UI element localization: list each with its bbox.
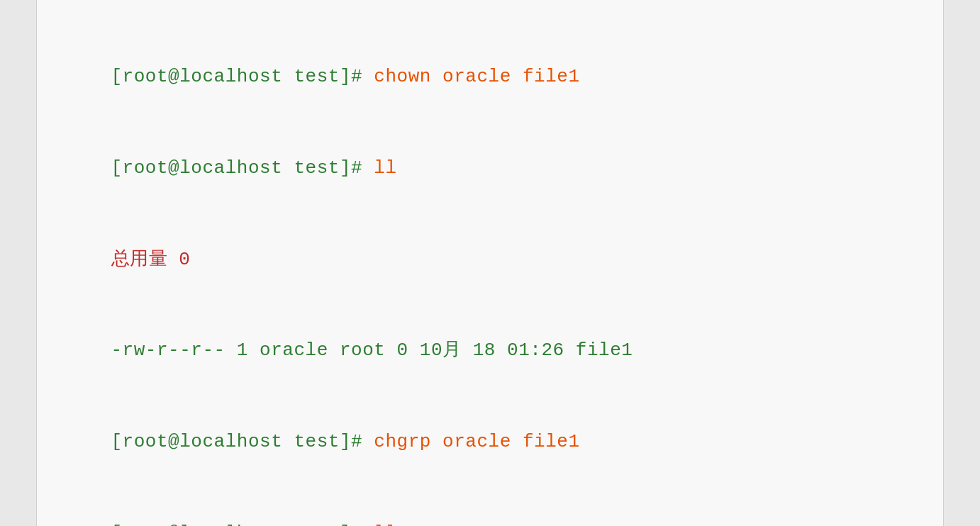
command-9: ll bbox=[374, 522, 396, 526]
terminal-line-9: [root@localhost test]# ll bbox=[65, 488, 915, 526]
command-5: ll bbox=[374, 157, 396, 179]
terminal-line-7: -rw-r--r-- 1 oracle root 0 10月 18 01:26 … bbox=[65, 305, 915, 396]
prompt-4: [root@localhost test]# bbox=[111, 66, 374, 87]
output-7: -rw-r--r-- 1 oracle root 0 10月 18 01:26 … bbox=[111, 340, 633, 361]
prompt-9: [root@localhost test]# bbox=[111, 522, 374, 526]
terminal-line-6: 总用量 0 bbox=[65, 214, 915, 306]
terminal-line-5: [root@localhost test]# ll bbox=[65, 123, 915, 214]
command-8: chgrp oracle file1 bbox=[374, 431, 579, 452]
terminal-line-4: [root@localhost test]# chown oracle file… bbox=[65, 31, 915, 123]
terminal-window: [root@localhost test]# ll 总用量 0 -rw-r--r… bbox=[36, 0, 944, 526]
terminal-line-8: [root@localhost test]# chgrp oracle file… bbox=[65, 396, 915, 488]
command-4: chown oracle file1 bbox=[374, 66, 579, 87]
terminal-line-3: -rw-r--r-- 1 root root 0 10月 18 01:26 fi… bbox=[65, 0, 915, 31]
output-6: 总用量 0 bbox=[111, 249, 191, 270]
prompt-5: [root@localhost test]# bbox=[111, 157, 374, 179]
prompt-8: [root@localhost test]# bbox=[111, 431, 374, 452]
